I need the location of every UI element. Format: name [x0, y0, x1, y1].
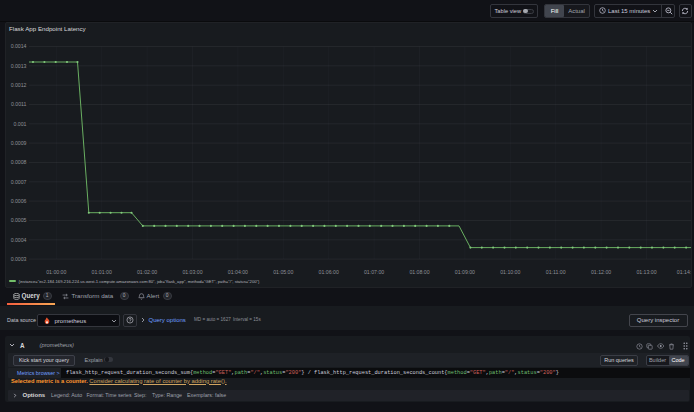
svg-text:0.0005: 0.0005 — [11, 217, 27, 223]
svg-text:01:11:00: 01:11:00 — [546, 269, 566, 275]
svg-text:0.0009: 0.0009 — [11, 140, 27, 146]
svg-text:0.0003: 0.0003 — [11, 256, 27, 262]
svg-text:01:09:00: 01:09:00 — [455, 269, 475, 275]
svg-text:01:03:00: 01:03:00 — [182, 269, 202, 275]
svg-text:0.0011: 0.0011 — [11, 101, 27, 107]
svg-text:0.0007: 0.0007 — [11, 179, 27, 185]
svg-text:01:14:00: 01:14:00 — [677, 269, 692, 275]
svg-text:01:02:00: 01:02:00 — [137, 269, 157, 275]
svg-text:0.001: 0.001 — [14, 121, 27, 127]
svg-text:0.0008: 0.0008 — [11, 159, 27, 165]
svg-text:01:07:00: 01:07:00 — [364, 269, 384, 275]
svg-text:01:01:00: 01:01:00 — [92, 269, 112, 275]
svg-text:0.0014: 0.0014 — [11, 43, 27, 49]
svg-text:01:05:00: 01:05:00 — [273, 269, 293, 275]
svg-text:01:04:00: 01:04:00 — [228, 269, 248, 275]
svg-text:01:00:00: 01:00:00 — [46, 269, 66, 275]
svg-text:0.0013: 0.0013 — [11, 63, 27, 69]
svg-text:01:06:00: 01:06:00 — [319, 269, 339, 275]
svg-text:01:10:00: 01:10:00 — [500, 269, 520, 275]
svg-text:01:08:00: 01:08:00 — [409, 269, 429, 275]
svg-text:01:13:00: 01:13:00 — [636, 269, 656, 275]
svg-text:0.0006: 0.0006 — [11, 198, 27, 204]
svg-text:0.0004: 0.0004 — [11, 237, 27, 243]
svg-text:0.0012: 0.0012 — [11, 82, 27, 88]
svg-text:01:12:00: 01:12:00 — [591, 269, 611, 275]
